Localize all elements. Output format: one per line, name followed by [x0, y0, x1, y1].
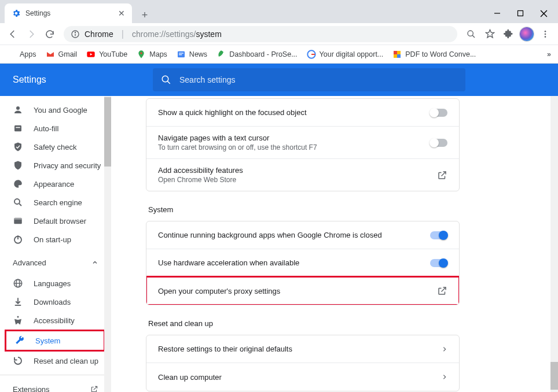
svg-point-12: [545, 36, 546, 38]
sidebar-item-default-browser[interactable]: Default browser: [0, 212, 111, 230]
sidebar-item-accessibility[interactable]: Accessibility: [0, 311, 111, 330]
address-url: chrome://settings/system: [132, 29, 222, 39]
close-window-icon[interactable]: [538, 8, 549, 19]
sidebar-item-reset[interactable]: Reset and clean up: [0, 352, 111, 370]
content-area: You and Google Auto-fill Safety check Pr…: [0, 96, 558, 392]
bookmark-dashboard[interactable]: Dashboard - ProSe...: [216, 50, 297, 59]
sidebar-item-startup[interactable]: On start-up: [0, 230, 111, 249]
row-restore-defaults[interactable]: Restore settings to their original defau…: [146, 335, 459, 363]
sidebar-item-system[interactable]: System: [14, 331, 104, 350]
settings-search[interactable]: [153, 68, 465, 91]
svg-rect-26: [14, 125, 21, 132]
launch-icon: [437, 170, 447, 180]
bookmark-maps[interactable]: Maps: [137, 50, 167, 59]
sidebar-item-languages[interactable]: Languages: [0, 274, 111, 293]
sidebar-scrollbar[interactable]: [104, 96, 111, 392]
row-caret-browsing[interactable]: Navigate pages with a text cursor To tur…: [146, 127, 459, 159]
section-title-system: System: [148, 205, 460, 214]
bookmark-pdf[interactable]: PDF to Word Conve...: [392, 50, 476, 59]
sidebar-item-you-and-google[interactable]: You and Google: [0, 101, 111, 119]
svg-point-10: [545, 31, 546, 32]
svg-line-40: [94, 386, 97, 390]
svg-line-42: [442, 287, 446, 292]
launch-icon: [90, 385, 98, 392]
bookmark-news[interactable]: News: [177, 50, 207, 59]
address-field[interactable]: Chrome | chrome://settings/system: [64, 26, 457, 42]
svg-marker-9: [486, 29, 494, 37]
power-icon: [13, 234, 23, 245]
bookmark-star-icon[interactable]: [482, 26, 498, 42]
accessibility-icon: [13, 315, 23, 326]
bookmarks-overflow[interactable]: »: [547, 50, 551, 58]
sidebar-extensions[interactable]: Extensions: [0, 380, 111, 392]
row-highlight-focused[interactable]: Show a quick highlight on the focused ob…: [146, 99, 459, 127]
window-controls: [492, 3, 553, 23]
row-hardware-accel[interactable]: Use hardware acceleration when available: [146, 249, 459, 277]
maps-pin-icon: [137, 50, 146, 59]
forward-button[interactable]: [23, 26, 39, 42]
menu-dots-icon[interactable]: [537, 26, 553, 42]
palette-icon: [13, 179, 23, 189]
page-title: Settings: [0, 75, 148, 85]
minimize-icon[interactable]: [492, 8, 502, 19]
sidebar-item-system-highlight: System: [5, 330, 105, 352]
search-icon: [161, 75, 171, 85]
search-input[interactable]: [179, 75, 457, 84]
bookmark-digital[interactable]: Your digital opport...: [307, 50, 384, 59]
new-tab-button[interactable]: +: [137, 7, 153, 23]
apps-shortcut[interactable]: Apps: [7, 50, 36, 59]
svg-point-39: [17, 316, 19, 318]
sidebar-item-downloads[interactable]: Downloads: [0, 293, 111, 311]
sidebar-item-autofill[interactable]: Auto-fill: [0, 119, 111, 138]
maximize-icon[interactable]: [515, 8, 526, 19]
section-title-reset: Reset and clean up: [148, 319, 460, 328]
tab-title: Settings: [25, 9, 113, 17]
sidebar-advanced-toggle[interactable]: Advanced: [0, 253, 111, 272]
row-cleanup-computer[interactable]: Clean up computer: [146, 363, 459, 391]
svg-line-29: [19, 204, 21, 206]
chevron-right-icon: [442, 345, 447, 353]
sidebar-item-appearance[interactable]: Appearance: [0, 175, 111, 193]
toggle-on[interactable]: [430, 231, 447, 239]
row-background-apps[interactable]: Continue running background apps when Go…: [146, 221, 459, 249]
svg-rect-18: [179, 54, 182, 55]
svg-point-11: [545, 33, 546, 35]
person-icon: [13, 105, 23, 115]
extensions-icon[interactable]: [500, 26, 516, 42]
sidebar-item-search[interactable]: Search engine: [0, 193, 111, 212]
browser-tab[interactable]: Settings ✕: [5, 3, 132, 23]
system-card: Continue running background apps when Go…: [146, 221, 460, 305]
sidebar-item-privacy[interactable]: Privacy and security: [0, 156, 111, 175]
reload-button[interactable]: [42, 26, 58, 42]
wrench-icon: [14, 335, 25, 346]
svg-line-41: [442, 172, 446, 176]
svg-point-7: [468, 31, 473, 36]
main-scrollbar[interactable]: [550, 96, 558, 392]
gmail-icon: [46, 50, 55, 59]
row-add-accessibility[interactable]: Add accessibility features Open Chrome W…: [146, 159, 459, 191]
svg-rect-22: [397, 54, 401, 58]
profile-avatar[interactable]: [519, 26, 535, 42]
sidebar-item-safety[interactable]: Safety check: [0, 138, 111, 156]
toggle-on[interactable]: [430, 259, 447, 267]
toggle-off[interactable]: [430, 139, 447, 147]
accessibility-card: Show a quick highlight on the focused ob…: [146, 98, 460, 191]
leaf-icon: [216, 50, 226, 59]
svg-rect-17: [179, 53, 183, 53]
zoom-icon[interactable]: [463, 26, 479, 42]
main-panel: Show a quick highlight on the focused ob…: [111, 96, 558, 392]
chevron-right-icon: [442, 373, 447, 381]
toggle-off[interactable]: [430, 109, 447, 117]
site-info-icon[interactable]: [71, 29, 80, 39]
svg-line-8: [472, 35, 475, 38]
svg-point-23: [162, 76, 168, 82]
bookmark-gmail[interactable]: Gmail: [46, 50, 78, 59]
apps-grid-icon: [7, 50, 16, 59]
close-icon[interactable]: ✕: [118, 9, 125, 18]
svg-point-25: [16, 106, 20, 110]
gear-icon: [12, 9, 21, 18]
back-button[interactable]: [5, 26, 21, 42]
row-proxy-settings[interactable]: Open your computer's proxy settings: [146, 277, 459, 305]
settings-header: Settings: [0, 64, 558, 96]
bookmark-youtube[interactable]: YouTube: [86, 50, 127, 59]
